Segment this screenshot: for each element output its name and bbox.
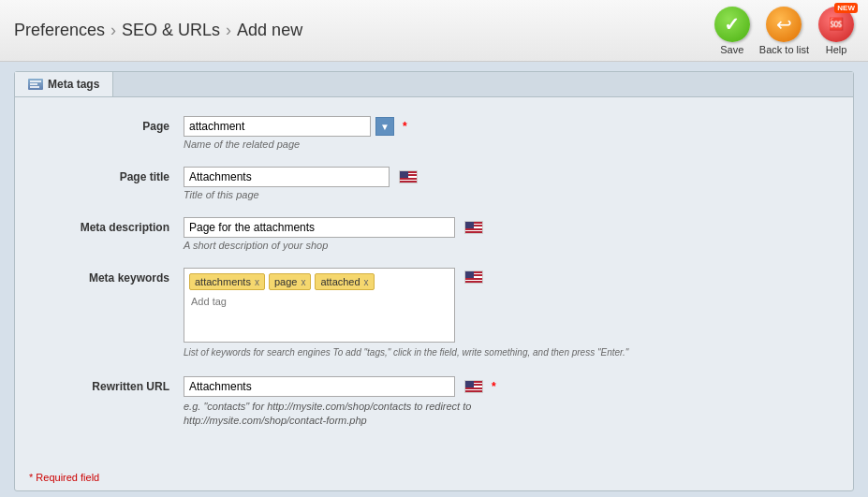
tag-attachments-remove[interactable]: x <box>255 277 259 287</box>
meta-tags-icon <box>28 79 43 90</box>
meta-keywords-tags-area[interactable]: attachments x page x attached x <box>184 268 455 343</box>
back-to-list-button[interactable]: ↩ Back to list <box>759 7 809 55</box>
meta-keywords-hint: List of keywords for search engines To a… <box>184 346 652 359</box>
page-title-label: Page title <box>43 167 184 183</box>
save-label: Save <box>720 44 743 55</box>
tag-attached-text: attached <box>320 276 360 287</box>
tab-panel: Meta tags Page attachment category produ… <box>14 71 854 491</box>
rewritten-url-input-wrap: * <box>184 376 825 397</box>
breadcrumb-sep2: › <box>226 21 231 40</box>
help-new-badge: NEW <box>834 3 858 13</box>
back-icon: ↩ <box>766 7 802 42</box>
page-title-control-wrap: Title of this page <box>184 167 825 200</box>
meta-keywords-row: Meta keywords attachments x page x <box>43 268 825 359</box>
help-icon: 🆘 NEW <box>818 7 854 42</box>
tag-attachments-text: attachments <box>195 276 251 287</box>
tag-attachments: attachments x <box>189 273 265 290</box>
tag-attached-remove[interactable]: x <box>364 277 369 287</box>
flag-us-keywords-icon <box>464 270 483 284</box>
meta-desc-label: Meta description <box>43 217 184 234</box>
rewritten-url-row: Rewritten URL * e.g. "contacts" for http… <box>43 376 825 429</box>
content: Meta tags Page attachment category produ… <box>0 62 868 497</box>
meta-desc-row: Meta description A short description of … <box>43 217 825 251</box>
meta-keywords-control-wrap: attachments x page x attached x <box>184 268 825 359</box>
save-icon: ✓ <box>714 7 750 42</box>
rewritten-url-input[interactable] <box>184 376 455 397</box>
tag-input[interactable] <box>189 294 322 309</box>
breadcrumb: Preferences › SEO & URLs › Add new <box>14 21 302 40</box>
tab-header: Meta tags <box>15 72 853 97</box>
breadcrumb-add-new: Add new <box>237 21 302 40</box>
flag-us-icon <box>399 170 418 183</box>
page-required-star: * <box>403 120 407 133</box>
help-label: Help <box>826 44 847 55</box>
meta-desc-input[interactable] <box>184 217 455 238</box>
tag-page: page x <box>269 273 311 290</box>
meta-desc-control-wrap: A short description of your shop <box>184 217 825 251</box>
rewritten-url-control-wrap: * e.g. "contacts" for http://mysite.com/… <box>184 376 825 429</box>
flag-us-meta-desc-icon <box>464 221 483 234</box>
tag-page-text: page <box>274 276 297 287</box>
svg-rect-0 <box>30 80 41 82</box>
page-title-input[interactable] <box>184 167 390 187</box>
page-select[interactable]: attachment category product cms <box>184 116 371 137</box>
header-actions: ✓ Save ↩ Back to list 🆘 NEW Help <box>714 7 854 55</box>
page-title-hint: Title of this page <box>184 189 825 200</box>
page-label: Page <box>43 116 184 133</box>
back-label: Back to list <box>759 44 809 55</box>
tab-meta-tags-label: Meta tags <box>48 78 99 91</box>
page-hint: Name of the related page <box>184 139 825 150</box>
meta-desc-hint: A short description of your shop <box>184 240 825 251</box>
select-arrow-icon[interactable]: ▼ <box>375 117 394 136</box>
help-button[interactable]: 🆘 NEW Help <box>818 7 854 55</box>
page-title-row: Page title Title of this page <box>43 167 825 200</box>
meta-keywords-label: Meta keywords <box>43 268 184 285</box>
breadcrumb-sep1: › <box>110 21 116 40</box>
flag-us-url-icon <box>464 380 483 393</box>
svg-rect-1 <box>30 83 37 85</box>
breadcrumb-seo-urls[interactable]: SEO & URLs <box>122 21 220 40</box>
save-button[interactable]: ✓ Save <box>714 7 750 55</box>
tag-attached: attached x <box>315 273 374 290</box>
page-select-wrap: attachment category product cms ▼ * <box>184 116 825 137</box>
tag-page-remove[interactable]: x <box>301 277 305 287</box>
form-body: Page attachment category product cms ▼ *… <box>15 97 853 464</box>
rewritten-url-label: Rewritten URL <box>43 376 184 393</box>
header: Preferences › SEO & URLs › Add new ✓ Sav… <box>0 0 868 62</box>
required-note: * Required field <box>15 464 853 490</box>
svg-rect-2 <box>30 86 39 88</box>
rewritten-url-required-star: * <box>492 380 496 393</box>
rewritten-url-hint: e.g. "contacts" for http://mysite.com/sh… <box>184 400 605 429</box>
rewritten-url-hint-text: e.g. "contacts" for http://mysite.com/sh… <box>184 401 471 426</box>
breadcrumb-preferences[interactable]: Preferences <box>14 21 105 40</box>
page-row: Page attachment category product cms ▼ *… <box>43 116 825 150</box>
page-control-wrap: attachment category product cms ▼ * Name… <box>184 116 825 150</box>
tab-meta-tags[interactable]: Meta tags <box>15 72 113 96</box>
